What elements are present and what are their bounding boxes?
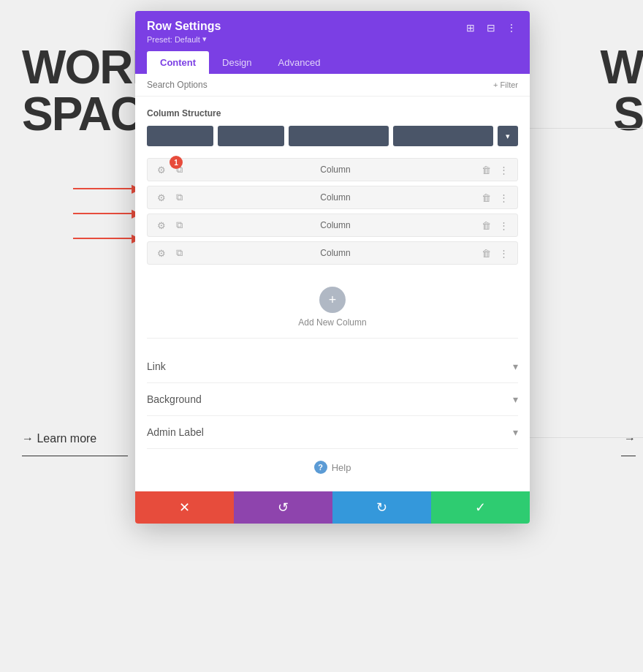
accordion-link[interactable]: Link ▾ bbox=[147, 350, 518, 383]
copy-icon[interactable]: ⧉ bbox=[172, 246, 186, 260]
learn-more-link[interactable]: → Learn more bbox=[22, 432, 96, 445]
delete-icon[interactable]: 🗑 bbox=[479, 163, 492, 176]
column-label-3: Column bbox=[191, 220, 479, 230]
column-structure-title: Column Structure bbox=[147, 108, 518, 118]
more-icon[interactable]: ⋮ bbox=[497, 191, 510, 204]
modal-preset[interactable]: Preset: Default ▾ bbox=[147, 34, 221, 44]
row2-icons-right: 🗑 ⋮ bbox=[479, 191, 510, 204]
help-icon: ? bbox=[314, 461, 327, 474]
settings-icon[interactable]: ⚙ bbox=[155, 219, 168, 232]
preset-bar-3[interactable] bbox=[289, 126, 389, 146]
column-label-4: Column bbox=[191, 248, 479, 258]
workspace-text-right: W S bbox=[601, 44, 643, 137]
table-row: ⚙ ⧉ Column 🗑 ⋮ bbox=[147, 214, 518, 237]
table-row: ⚙ ⧉ Column 🗑 ⋮ bbox=[147, 241, 518, 265]
modal-footer: ✕ ↺ ↻ ✓ bbox=[135, 491, 530, 524]
row-settings-modal: Row Settings Preset: Default ▾ ⊞ ⊟ ⋮ Con… bbox=[135, 11, 530, 524]
add-circle-icon: + bbox=[319, 287, 346, 313]
add-new-column-button[interactable]: + Add New Column bbox=[147, 276, 518, 339]
tab-advanced[interactable]: Advanced bbox=[265, 51, 334, 74]
badge-1: 1 bbox=[170, 156, 183, 169]
accordion-background[interactable]: Background ▾ bbox=[147, 383, 518, 416]
responsive-icon[interactable]: ⊞ bbox=[464, 21, 477, 34]
search-input[interactable] bbox=[147, 80, 493, 90]
accordion-admin-label-label: Admin Label bbox=[147, 426, 204, 438]
help-label: Help bbox=[332, 462, 351, 473]
row4-icons-right: 🗑 ⋮ bbox=[479, 246, 510, 260]
save-button[interactable]: ✓ bbox=[431, 491, 530, 524]
fullscreen-icon[interactable]: ⊟ bbox=[484, 21, 498, 34]
copy-icon[interactable]: ⧉ bbox=[172, 191, 186, 204]
preset-bar-1[interactable] bbox=[147, 126, 213, 146]
tab-content[interactable]: Content bbox=[147, 51, 209, 74]
more-icon[interactable]: ⋮ bbox=[497, 246, 510, 260]
more-options-icon[interactable]: ⋮ bbox=[505, 21, 518, 34]
copy-icon[interactable]: ⧉ bbox=[172, 219, 186, 232]
filter-button[interactable]: + Filter bbox=[493, 80, 518, 89]
row1-icons-right: 🗑 ⋮ bbox=[479, 163, 510, 176]
redo-button[interactable]: ↻ bbox=[332, 491, 431, 524]
learn-more-underline bbox=[22, 456, 128, 456]
delete-icon[interactable]: 🗑 bbox=[479, 219, 492, 232]
row2-icons-left: ⚙ ⧉ bbox=[155, 191, 186, 204]
tab-design[interactable]: Design bbox=[209, 51, 265, 74]
modal-header-icons: ⊞ ⊟ ⋮ bbox=[464, 21, 518, 34]
settings-icon[interactable]: ⚙ bbox=[155, 163, 168, 176]
red-arrow-4: ▶ bbox=[73, 231, 140, 245]
red-arrow-3: ▶ bbox=[73, 206, 140, 220]
cancel-button[interactable]: ✕ bbox=[135, 491, 234, 524]
accordion-background-label: Background bbox=[147, 393, 202, 405]
right-arrow-line bbox=[621, 456, 636, 456]
help-row[interactable]: ? Help bbox=[147, 449, 518, 480]
settings-icon[interactable]: ⚙ bbox=[155, 246, 168, 260]
accordion-admin-label[interactable]: Admin Label ▾ bbox=[147, 416, 518, 449]
right-arrow: → bbox=[624, 432, 636, 445]
accordion-link-label: Link bbox=[147, 360, 166, 372]
undo-button[interactable]: ↺ bbox=[234, 491, 332, 524]
modal-body: Column Structure ▾ 1 ⚙ ⧉ Column 🗑 ⋮ bbox=[135, 97, 530, 491]
modal-header: Row Settings Preset: Default ▾ ⊞ ⊟ ⋮ bbox=[135, 11, 530, 51]
delete-icon[interactable]: 🗑 bbox=[479, 191, 492, 204]
row3-icons-left: ⚙ ⧉ bbox=[155, 219, 186, 232]
delete-icon[interactable]: 🗑 bbox=[479, 246, 492, 260]
chevron-down-icon: ▾ bbox=[513, 426, 518, 438]
modal-title: Row Settings bbox=[147, 20, 221, 33]
row3-icons-right: 🗑 ⋮ bbox=[479, 219, 510, 232]
modal-title-area: Row Settings Preset: Default ▾ bbox=[147, 20, 221, 44]
chevron-down-icon: ▾ bbox=[513, 393, 518, 405]
preset-dropdown[interactable]: ▾ bbox=[498, 126, 518, 146]
chevron-down-icon: ▾ bbox=[513, 360, 518, 372]
row4-icons-left: ⚙ ⧉ bbox=[155, 246, 186, 260]
column-label-2: Column bbox=[191, 192, 479, 203]
column-rows: 1 ⚙ ⧉ Column 🗑 ⋮ ⚙ ⧉ Column bbox=[147, 158, 518, 265]
preset-bar-2[interactable] bbox=[218, 126, 284, 146]
table-row: 1 ⚙ ⧉ Column 🗑 ⋮ bbox=[147, 158, 518, 181]
red-arrow-2: ▶ bbox=[73, 181, 140, 195]
column-label-1: Column bbox=[191, 165, 479, 175]
more-icon[interactable]: ⋮ bbox=[497, 219, 510, 232]
more-icon[interactable]: ⋮ bbox=[497, 163, 510, 176]
modal-tabs: Content Design Advanced bbox=[135, 51, 530, 74]
table-row: ⚙ ⧉ Column 🗑 ⋮ bbox=[147, 186, 518, 209]
search-bar: + Filter bbox=[135, 74, 530, 97]
column-presets: ▾ bbox=[147, 126, 518, 146]
preset-bar-4[interactable] bbox=[393, 126, 493, 146]
add-new-column-label: Add New Column bbox=[298, 317, 366, 328]
settings-icon[interactable]: ⚙ bbox=[155, 191, 168, 204]
